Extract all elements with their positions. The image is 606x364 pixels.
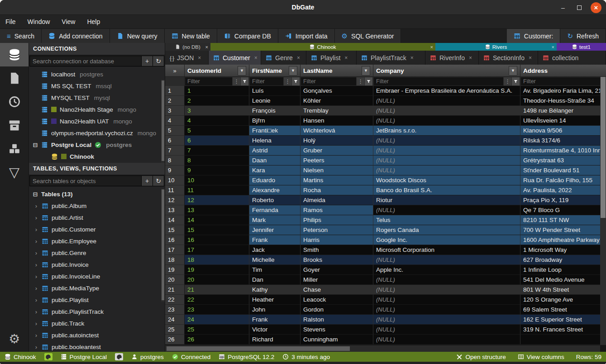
connections-add-button[interactable]: + (142, 56, 153, 66)
filter-input-company[interactable] (374, 77, 503, 85)
close-icon[interactable]: × (529, 55, 532, 61)
cell-address[interactable]: 120 S Orange Ave (520, 295, 606, 305)
row-number-cell[interactable]: 19 (165, 265, 185, 275)
cell-customerid[interactable]: 14 (185, 215, 249, 225)
cell-firstname[interactable]: Jennifer (249, 225, 301, 235)
db-group-tab-chinook[interactable]: Chinook× (210, 43, 435, 51)
cell-firstname[interactable]: Tim (249, 265, 301, 275)
table-item-public-playlisttrack[interactable]: ›public.PlaylistTrack (29, 306, 165, 317)
row-number-cell[interactable]: 20 (165, 275, 185, 285)
cell-lastname[interactable]: Almeida (301, 195, 373, 205)
cell-firstname[interactable]: Heather (249, 295, 301, 305)
cell-address[interactable]: Grétrystraat 63 (520, 156, 606, 165)
cell-company[interactable]: (NULL) (373, 325, 520, 335)
cell-firstname[interactable]: Michelle (249, 255, 301, 265)
tab-riverinfo[interactable]: RiverInfo× (425, 51, 479, 65)
cell-lastname[interactable]: Tremblay (301, 106, 373, 116)
cell-company[interactable]: (NULL) (373, 275, 520, 285)
status-item-color-swatch[interactable] (44, 353, 52, 360)
table-item-public-mediatype[interactable]: ›public.MediaType (29, 282, 165, 294)
cell-firstname[interactable]: Roberto (249, 195, 301, 205)
filter-input-firstname[interactable] (250, 77, 283, 85)
filter-input-lastname[interactable] (301, 77, 356, 85)
cell-customerid[interactable]: 2 (185, 96, 249, 106)
db-group-tab-rivers[interactable]: Rivers× (435, 43, 557, 51)
table-item-public-album[interactable]: ›public.Album (29, 200, 165, 212)
cell-firstname[interactable]: Frank (249, 315, 301, 325)
rail-item-archive[interactable] (0, 113, 29, 137)
cell-company[interactable]: Riotur (373, 195, 520, 205)
table-item-public-genre[interactable]: ›public.Genre (29, 247, 165, 259)
cell-customerid[interactable]: 17 (185, 245, 249, 255)
table-item-public-artist[interactable]: ›public.Artist (29, 212, 165, 223)
cell-address[interactable]: Sťnder Boulevard 51 (520, 165, 606, 175)
cell-customerid[interactable]: 7 (185, 146, 249, 156)
row-number-cell[interactable]: 17 (165, 245, 185, 255)
toolbar-button-refresh[interactable]: ↻Refresh (560, 29, 606, 43)
cell-lastname[interactable]: Ralston (301, 315, 373, 325)
cell-company[interactable]: (NULL) (373, 305, 520, 315)
filter-input-address[interactable] (521, 77, 606, 85)
cell-lastname[interactable]: Cunningham (301, 335, 373, 345)
cell-company[interactable]: (NULL) (373, 165, 520, 175)
expander-icon[interactable]: ⊟ (33, 191, 38, 198)
cell-lastname[interactable]: Gordon (301, 305, 373, 315)
cell-customerid[interactable]: 22 (185, 295, 249, 305)
close-icon[interactable]: × (205, 44, 208, 50)
cell-lastname[interactable]: Rocha (301, 185, 373, 195)
table-item-public-track[interactable]: ›public.Track (29, 317, 165, 329)
close-icon[interactable]: × (344, 55, 348, 61)
cell-lastname[interactable]: Köhler (301, 96, 373, 106)
chevron-right-icon[interactable]: › (34, 344, 38, 350)
connection-item-ms-sql-test[interactable]: MS SQL TESTmssql (29, 80, 165, 92)
cell-customerid[interactable]: 13 (185, 205, 249, 215)
filter-funnel-icon[interactable] (512, 77, 520, 85)
table-item-public-playlist[interactable]: ›public.Playlist (29, 294, 165, 306)
column-dropdown-icon[interactable]: ▼ (362, 66, 370, 76)
column-header-customerid[interactable]: CustomerId▼ (185, 65, 249, 77)
cell-company[interactable]: (NULL) (373, 156, 520, 165)
row-number-cell[interactable]: 23 (165, 305, 185, 315)
cell-company[interactable]: Rogers Canada (373, 225, 520, 235)
cell-address[interactable]: 1 Infinite Loop (520, 265, 606, 275)
chevron-right-icon[interactable]: › (34, 297, 38, 303)
row-number-cell[interactable]: 13 (165, 205, 185, 215)
cell-company[interactable]: Woodstock Discos (373, 175, 520, 185)
cell-customerid[interactable]: 16 (185, 235, 249, 245)
cell-address[interactable]: Praça Pio X, 119 (520, 195, 606, 205)
tab-sectioninfo[interactable]: SectionInfo× (479, 51, 538, 65)
cell-lastname[interactable]: Harris (301, 235, 373, 245)
row-number-cell[interactable]: 6 (165, 136, 185, 146)
toolbar-button-new-table[interactable]: New table (165, 29, 217, 43)
menu-item-file[interactable]: File (5, 18, 16, 25)
row-number-cell[interactable]: 18 (165, 255, 185, 265)
row-number-cell[interactable]: 2 (165, 96, 185, 106)
tab-playlist[interactable]: Playlist× (306, 51, 357, 65)
row-number-cell[interactable]: 12 (165, 195, 185, 205)
cell-lastname[interactable]: Peeters (301, 156, 373, 165)
tab-json[interactable]: {·}JSON× (165, 51, 209, 65)
cell-address[interactable]: 801 W 4th Street (520, 285, 606, 295)
cell-customerid[interactable]: 25 (185, 325, 249, 335)
cell-address[interactable]: 1498 rue Bélanger (520, 106, 606, 116)
rail-item-history[interactable] (0, 90, 29, 113)
row-number-cell[interactable]: 15 (165, 225, 185, 235)
status-item-chinook[interactable]: Chinook (5, 354, 36, 360)
close-icon[interactable]: × (430, 44, 433, 50)
cell-lastname[interactable]: Leacock (301, 295, 373, 305)
cell-customerid[interactable]: 5 (185, 126, 249, 136)
cell-company[interactable]: Embraer - Empresa Brasileira de Aeronáut… (373, 86, 520, 96)
row-number-cell[interactable]: 14 (165, 215, 185, 225)
cell-firstname[interactable]: Dan (249, 275, 301, 285)
cell-company[interactable]: (NULL) (373, 96, 520, 106)
column-header-address[interactable]: Address (520, 65, 606, 77)
table-item-public-employee[interactable]: ›public.Employee (29, 235, 165, 247)
close-icon[interactable]: × (469, 55, 472, 61)
cell-customerid[interactable]: 11 (185, 185, 249, 195)
cell-company[interactable]: (NULL) (373, 136, 520, 146)
connections-refresh-button[interactable]: ↻ (153, 56, 164, 66)
cell-address[interactable]: Rua Dr. Falcăo Filho, 155 (520, 175, 606, 185)
row-number-cell[interactable]: 21 (165, 285, 185, 295)
row-number-cell[interactable]: 26 (165, 335, 185, 345)
cell-lastname[interactable]: Stevens (301, 325, 373, 335)
